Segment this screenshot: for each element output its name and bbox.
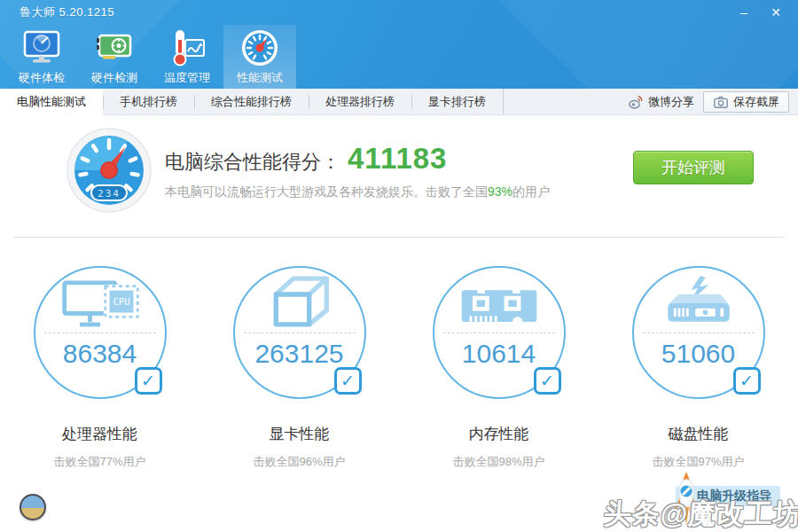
memory-check-icon: ✓ [534,367,561,395]
tab-cpu-ranking[interactable]: 处理器排行榜 [309,89,411,114]
tab-bar: 电脑性能测试 手机排行榜 综合性能排行榜 处理器排行榜 显卡排行榜 微博分享 保… [0,89,798,115]
overall-score-panel: 234 电脑综合性能得分： 411183 本电脑可以流畅运行大型游戏及各种发烧娱… [0,115,798,237]
tab-gpu-ranking[interactable]: 显卡排行榜 [411,89,504,114]
cpu-card-title: 处理器性能 [0,424,200,444]
subscore-cards: CPU 86384 ✓ 处理器性能 击败全国77%用户 263125 [0,266,798,470]
cpu-card-subtitle: 击败全国77%用户 [0,454,200,470]
score-gauge-icon: 234 [66,127,153,214]
memory-icon [458,283,541,331]
gpu-card-title: 显卡性能 [200,424,399,444]
disk-score-circle: 51060 ✓ [632,266,765,399]
cpu-score-value: 86384 [35,339,165,369]
app-header: 鲁大师 5.20.1215 – ✕ 硬件体检 [0,0,798,89]
tab-pc-performance-test[interactable]: 电脑性能测试 [0,89,103,115]
overall-score-value: 411183 [348,142,447,176]
cpu-score-circle: CPU 86384 ✓ [34,266,167,399]
overall-score-description: 本电脑可以流畅运行大型游戏及各种发烧娱乐。击败了全国93%的用户 [165,184,550,200]
cpu-icon: CPU [58,276,143,331]
toolbar-item-temperature[interactable]: 温度管理 [151,25,223,89]
toolbar-item-label: 硬件检测 [91,70,137,86]
save-screenshot-button[interactable]: 保存截屏 [703,91,789,113]
minimize-button[interactable]: – [731,3,757,22]
weibo-share-label: 微博分享 [648,94,694,110]
weibo-share-button[interactable]: 微博分享 [628,94,694,110]
memory-score-circle: 10614 ✓ [433,266,566,399]
memory-score-value: 10614 [434,339,564,369]
card-cpu-performance[interactable]: CPU 86384 ✓ 处理器性能 击败全国77%用户 [0,266,200,470]
gpu-score-circle: 263125 ✓ [233,266,366,399]
toolbar-item-hardware-detect[interactable]: 硬件检测 [78,25,151,89]
thermometer-icon [167,27,207,68]
gpu-card-subtitle: 击败全国96%用户 [200,454,399,470]
memory-card-title: 内存性能 [399,424,598,444]
toolbar-item-label: 性能测试 [237,70,283,86]
watermark-text: 头条@魔改工坊 [602,496,798,532]
monitor-checkup-icon [21,27,62,68]
main-toolbar: 硬件体检 硬件检测 [0,25,798,89]
corner-app-icon [20,494,46,520]
memory-card-subtitle: 击败全国98%用户 [399,454,598,470]
toolbar-item-label: 温度管理 [164,70,210,86]
card-disk-performance[interactable]: 51060 ✓ 磁盘性能 击败全国97%用户 [598,266,798,470]
beat-percent: 93% [488,184,512,199]
overall-score-title: 电脑综合性能得分： [165,149,340,176]
disk-check-icon: ✓ [733,367,761,395]
disk-icon [657,276,740,331]
toolbar-item-performance-test[interactable]: 性能测试 [223,25,296,89]
card-memory-performance[interactable]: 10614 ✓ 内存性能 击败全国98%用户 [399,266,598,470]
camera-icon [713,94,729,110]
gpu-icon [260,272,340,331]
disk-card-subtitle: 击败全国97%用户 [598,454,798,470]
gpu-card-icon [94,27,135,68]
tab-phone-ranking[interactable]: 手机排行榜 [103,89,194,114]
window-title: 鲁大师 5.20.1215 [20,4,114,20]
gpu-score-value: 263125 [235,339,364,369]
titlebar: 鲁大师 5.20.1215 – ✕ [0,0,798,25]
weibo-icon [628,94,644,110]
tab-overall-ranking[interactable]: 综合性能排行榜 [194,89,309,114]
section-divider [13,237,785,238]
svg-text:CPU: CPU [113,296,129,307]
gauge-badge-text: 234 [98,188,121,200]
gpu-check-icon: ✓ [334,367,362,395]
save-screenshot-label: 保存截屏 [733,94,779,110]
card-gpu-performance[interactable]: 263125 ✓ 显卡性能 击败全国96%用户 [200,266,399,470]
start-benchmark-button[interactable]: 开始评测 [633,151,754,184]
speedometer-icon [239,27,280,68]
disk-score-value: 51060 [634,339,763,369]
cpu-check-icon: ✓ [135,367,162,395]
close-button[interactable]: ✕ [763,3,789,22]
toolbar-item-hardware-checkup[interactable]: 硬件体检 [5,25,78,89]
toolbar-item-label: 硬件体检 [19,70,65,86]
disk-card-title: 磁盘性能 [598,424,798,444]
